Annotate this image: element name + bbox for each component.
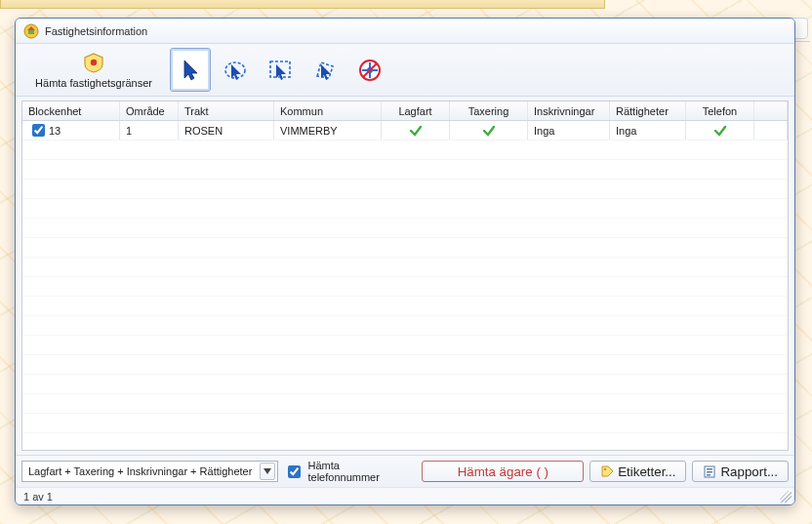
cursor-polygon-tool-button[interactable]	[304, 48, 345, 92]
cell-inskrivningar: Inga	[528, 121, 610, 140]
col-trakt[interactable]: Trakt	[179, 101, 274, 120]
cell-omrade: 1	[120, 121, 179, 140]
svg-rect-13	[707, 471, 712, 473]
app-icon	[23, 23, 39, 39]
chevron-down-icon[interactable]	[260, 463, 275, 480]
grid-header[interactable]: Blockenhet Område Trakt Kommun Lagfart T…	[22, 101, 788, 121]
grid-body[interactable]: 13 1 ROSEN VIMMERBY Inga Inga	[22, 121, 788, 450]
fetch-boundaries-label: Hämta fastighetsgränser	[35, 77, 152, 89]
status-count: 1 av 1	[23, 491, 53, 503]
table-row[interactable]: 13 1 ROSEN VIMMERBY Inga Inga	[22, 121, 788, 141]
svg-point-10	[604, 468, 607, 471]
property-grid: Blockenhet Område Trakt Kommun Lagfart T…	[21, 101, 789, 451]
titlebar[interactable]: Fastighetsinformation	[16, 19, 794, 44]
col-lagfart[interactable]: Lagfart	[382, 101, 450, 120]
col-omrade[interactable]: Område	[120, 101, 179, 120]
disabled-location-tool-button[interactable]	[349, 48, 390, 92]
fetch-phone-label: Hämta telefonnummer	[308, 460, 411, 483]
labels-button-label: Etiketter...	[618, 464, 675, 479]
labels-button[interactable]: Etiketter...	[589, 461, 686, 482]
status-bar: 1 av 1	[16, 487, 794, 504]
col-blockenhet[interactable]: Blockenhet	[22, 101, 120, 120]
fetch-owners-button[interactable]: Hämta ägare ( )	[422, 461, 584, 482]
fetch-owners-label: Hämta ägare ( )	[458, 464, 548, 479]
checkmark-icon	[409, 124, 423, 138]
col-taxering[interactable]: Taxering	[450, 101, 528, 120]
cursor-rect-tool-button[interactable]	[260, 48, 301, 92]
col-kommun[interactable]: Kommun	[274, 101, 382, 120]
cell-rattigheter: Inga	[610, 121, 686, 140]
report-button-label: Rapport...	[720, 464, 778, 479]
svg-rect-14	[707, 474, 710, 476]
col-spacer	[754, 101, 788, 120]
cursor-ellipse-tool-button[interactable]	[215, 48, 256, 92]
cell-blockenhet: 13	[49, 125, 61, 137]
checkmark-icon	[482, 124, 496, 138]
cell-trakt: ROSEN	[179, 121, 274, 140]
cell-lagfart	[382, 121, 450, 140]
cell-telefon	[686, 121, 754, 140]
fetch-phone-checkbox[interactable]: Hämta telefonnummer	[284, 460, 411, 483]
fetch-phone-checkbox-input[interactable]	[288, 465, 301, 478]
combo-selected-text: Lagfart + Taxering + Inskrivningar + Rät…	[28, 465, 256, 477]
row-checkbox[interactable]	[32, 124, 45, 137]
toolbar: Hämta fastighetsgränser	[16, 44, 794, 97]
fetch-scope-combo[interactable]: Lagfart + Taxering + Inskrivningar + Rät…	[21, 461, 278, 482]
report-button[interactable]: Rapport...	[692, 461, 789, 482]
property-info-window: Fastighetsinformation Hämta fastighetsgr…	[15, 18, 795, 505]
checkmark-icon	[713, 124, 727, 138]
svg-rect-12	[707, 468, 712, 470]
cell-taxering	[450, 121, 528, 140]
col-inskrivningar[interactable]: Inskrivningar	[528, 101, 610, 120]
resize-grip-icon[interactable]	[780, 491, 792, 503]
window-title: Fastighetsinformation	[45, 25, 147, 37]
report-icon	[703, 464, 716, 478]
bottom-bar: Lagfart + Taxering + Inskrivningar + Rät…	[16, 455, 794, 487]
cursor-tool-button[interactable]	[170, 48, 211, 92]
tag-icon	[600, 464, 614, 478]
cell-kommun: VIMMERBY	[274, 121, 382, 140]
col-rattigheter[interactable]: Rättigheter	[610, 101, 686, 120]
svg-point-4	[91, 59, 97, 64]
fetch-boundaries-button[interactable]: Hämta fastighetsgränser	[21, 48, 166, 92]
col-telefon[interactable]: Telefon	[686, 101, 754, 120]
